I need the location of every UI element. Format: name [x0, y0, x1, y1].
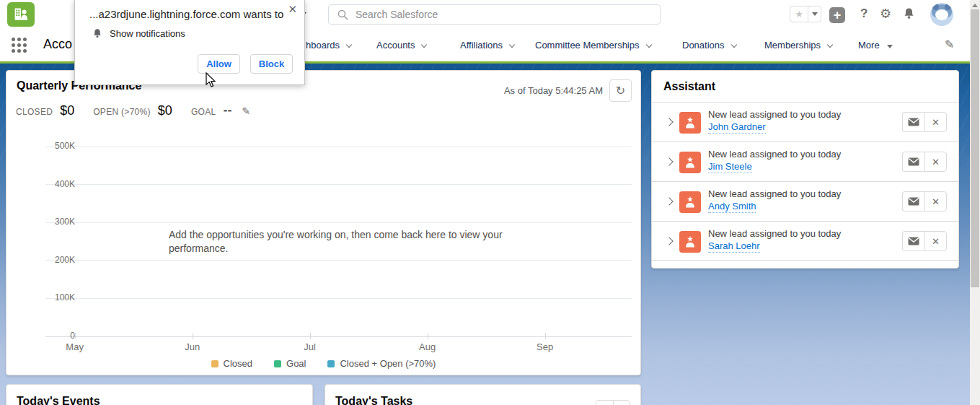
chevron-down-icon — [730, 42, 736, 48]
performance-metrics: CLOSED$0OPEN (>70%)$0GOAL--✎ — [16, 103, 250, 118]
quarterly-performance-card: Quarterly Performance As of Today 5:44:2… — [6, 70, 641, 375]
legend-item: Goal — [274, 358, 306, 369]
nav-tab-more[interactable]: More — [858, 40, 893, 51]
email-button[interactable] — [902, 152, 924, 172]
global-actions-plus-icon[interactable]: + — [829, 7, 845, 23]
tasks-sort-button[interactable] — [613, 401, 630, 405]
close-icon[interactable]: ✕ — [288, 3, 297, 16]
lead-icon — [679, 191, 701, 213]
lead-name-link[interactable]: John Gardner — [708, 121, 766, 134]
x-axis-tick — [310, 333, 311, 339]
x-axis-tick — [193, 333, 193, 339]
legend-swatch — [211, 360, 218, 367]
metric: OPEN (>70%)$0 — [93, 103, 172, 118]
as-of-timestamp: As of Today 5:44:25 AM — [504, 85, 603, 96]
tasks-button-group — [596, 400, 630, 405]
nav-tab-label: Committee Memberships — [535, 40, 640, 51]
allow-button[interactable]: Allow — [198, 54, 240, 74]
favorites-star-icon[interactable]: ★ — [790, 6, 808, 22]
chevron-down-icon — [645, 42, 651, 48]
nav-tab-committee-memberships[interactable]: Committee Memberships — [535, 40, 651, 51]
block-button[interactable]: Block — [250, 54, 293, 74]
search-input[interactable] — [356, 9, 660, 20]
bell-icon — [92, 28, 102, 39]
chevron-down-icon — [509, 42, 515, 48]
dismiss-button[interactable]: ✕ — [924, 191, 947, 212]
todays-tasks-card: Today's Tasks — [325, 384, 641, 405]
email-button[interactable] — [902, 112, 924, 132]
refresh-button[interactable]: ↻ — [609, 79, 632, 102]
expand-chevron-icon[interactable] — [665, 237, 673, 245]
scrollbar-thumb[interactable] — [971, 9, 979, 287]
search-icon — [337, 9, 348, 20]
assistant-row: New lead assigned to you todayJohn Gardn… — [652, 102, 958, 141]
chevron-down-icon — [421, 42, 427, 48]
metric: GOAL--✎ — [191, 103, 250, 118]
chevron-down-icon — [346, 42, 352, 48]
gridline — [45, 298, 632, 299]
app-launcher-icon[interactable] — [12, 38, 27, 53]
row-actions: ✕ — [902, 152, 947, 172]
lead-icon — [679, 112, 701, 134]
setup-gear-icon[interactable]: ⚙ — [880, 6, 891, 22]
y-axis-tick-label: 0 — [42, 331, 75, 341]
dismiss-button[interactable]: ✕ — [924, 152, 947, 172]
user-avatar[interactable] — [930, 3, 953, 26]
nav-tab-donations[interactable]: Donations — [682, 40, 736, 51]
global-search[interactable] — [328, 4, 661, 25]
email-button[interactable] — [902, 191, 924, 212]
assistant-row: New lead assigned to you todayJim Steele… — [652, 141, 958, 181]
nav-tab-affiliations[interactable]: Affiliations — [460, 40, 514, 51]
legend-swatch — [327, 360, 335, 367]
lead-name-link[interactable]: Andy Smith — [708, 201, 756, 213]
dismiss-button[interactable]: ✕ — [924, 112, 947, 132]
lead-name-link[interactable]: Sarah Loehr — [708, 240, 760, 253]
dismiss-button[interactable]: ✕ — [924, 231, 947, 251]
expand-chevron-icon[interactable] — [665, 157, 673, 165]
legend-label: Goal — [286, 358, 306, 369]
app-logo-icon[interactable] — [7, 2, 35, 27]
app-name: Acco — [43, 37, 72, 52]
lead-notification-text: New lead assigned to you today — [708, 109, 841, 120]
metric-label: OPEN (>70%) — [93, 107, 151, 117]
vertical-scrollbar[interactable] — [970, 0, 980, 405]
expand-chevron-icon[interactable] — [665, 118, 673, 126]
permission-label: Show notifications — [110, 28, 185, 39]
favorites-dropdown-caret[interactable] — [808, 6, 821, 22]
tasks-filter-button[interactable] — [596, 401, 613, 405]
metric-value: $0 — [60, 103, 74, 118]
nav-tab-accounts[interactable]: Accounts — [376, 40, 426, 51]
x-axis-tick-label: Aug — [419, 341, 436, 352]
lead-name-link[interactable]: Jim Steele — [708, 161, 752, 173]
x-axis-tick-label: May — [66, 341, 84, 352]
nav-tab-label: hboards — [306, 40, 340, 51]
scroll-up-arrow-icon[interactable] — [972, 4, 978, 7]
edit-nav-pencil-icon[interactable]: ✎ — [945, 38, 954, 51]
metric: CLOSED$0 — [16, 103, 74, 118]
nav-tab-label: Accounts — [376, 40, 415, 51]
x-axis-tick — [75, 333, 76, 339]
legend-item: Closed + Open (>70%) — [327, 358, 436, 369]
assistant-card: Assistant New lead assigned to you today… — [651, 70, 959, 269]
row-actions: ✕ — [902, 191, 947, 212]
y-axis-tick-label: 200K — [42, 255, 75, 265]
assistant-row: New lead assigned to you todaySarah Loeh… — [652, 221, 958, 261]
help-icon[interactable]: ? — [860, 6, 868, 21]
notifications-bell-icon[interactable] — [903, 7, 915, 23]
nav-tab-memberships[interactable]: Memberships — [764, 40, 832, 51]
row-actions: ✕ — [902, 112, 947, 132]
assistant-title: Assistant — [663, 80, 715, 93]
mouse-cursor — [205, 72, 216, 88]
popup-title: ...a23rdjune.lightning.force.com wants t… — [89, 8, 283, 20]
gridline — [45, 336, 632, 337]
metric-label: GOAL — [191, 107, 216, 117]
nav-tab-hboards[interactable]: hboards — [306, 40, 351, 51]
metric-value: -- — [223, 103, 231, 118]
x-axis-tick — [545, 333, 546, 339]
chart-legend: ClosedGoalClosed + Open (>70%) — [6, 358, 640, 369]
expand-chevron-icon[interactable] — [665, 197, 673, 205]
assistant-row: New lead assigned to you todayAndy Smith… — [652, 181, 958, 221]
edit-goal-pencil-icon[interactable]: ✎ — [242, 105, 250, 117]
email-button[interactable] — [902, 231, 924, 251]
lead-icon — [679, 231, 701, 253]
